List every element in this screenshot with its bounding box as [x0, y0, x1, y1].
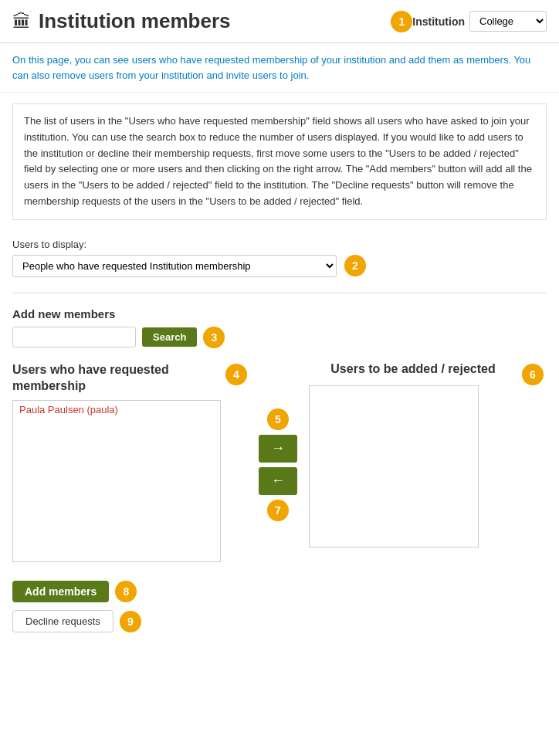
step2-badge: 2 — [344, 255, 366, 276]
users-display-row: People who have requested Institution me… — [12, 255, 547, 277]
search-input[interactable] — [12, 327, 136, 347]
page-title: Institution members — [39, 9, 391, 33]
step8-badge: 8 — [115, 581, 137, 602]
step6-badge: 6 — [522, 364, 544, 385]
add-members-title: Add new members — [12, 307, 547, 320]
transfer-section: Users who have requested membership 4 Pa… — [0, 354, 559, 571]
search-row: Search 3 — [12, 327, 547, 348]
step9-badge: 9 — [120, 611, 141, 632]
move-right-button[interactable]: → — [259, 435, 297, 463]
left-list-column: Users who have requested membership 4 Pa… — [12, 362, 247, 563]
action-buttons: Add members 8 Decline requests 9 — [0, 570, 559, 643]
right-list-column: Users to be added / rejected 6 — [309, 362, 544, 548]
step4-badge: 4 — [225, 364, 247, 385]
left-list-title: Users who have requested membership — [12, 362, 221, 395]
arrow-column: 5 → ← 7 — [247, 362, 309, 521]
users-display-section: Users to display: People who have reques… — [0, 231, 559, 285]
decline-requests-button[interactable]: Decline requests — [12, 610, 113, 632]
info-box: The list of users in the "Users who have… — [12, 103, 547, 220]
search-button[interactable]: Search — [142, 327, 197, 347]
step1-badge: 1 — [391, 11, 412, 32]
right-list-box[interactable] — [309, 385, 479, 548]
step5-badge: 5 — [267, 409, 289, 430]
page-header: 🏛 Institution members 1 Institution Coll… — [0, 0, 559, 43]
add-members-button[interactable]: Add members — [12, 581, 109, 602]
add-members-section: Add new members Search 3 — [0, 301, 559, 354]
users-display-select[interactable]: People who have requested Institution me… — [12, 255, 337, 277]
institution-label: Institution — [412, 15, 465, 28]
move-left-button[interactable]: ← — [259, 467, 297, 495]
step3-badge: 3 — [203, 327, 225, 348]
users-display-label: Users to display: — [12, 239, 547, 250]
step7-badge: 7 — [267, 500, 289, 521]
institution-icon: 🏛 — [12, 11, 31, 32]
right-list-title: Users to be added / rejected — [309, 362, 517, 376]
left-list-box[interactable]: Paula Paulsen (paula) — [12, 400, 221, 562]
institution-select[interactable]: CollegeUniversitySchool — [469, 11, 547, 32]
list-item[interactable]: Paula Paulsen (paula) — [13, 401, 220, 419]
section-divider — [12, 293, 547, 293]
intro-text: On this page, you can see users who have… — [0, 43, 559, 93]
